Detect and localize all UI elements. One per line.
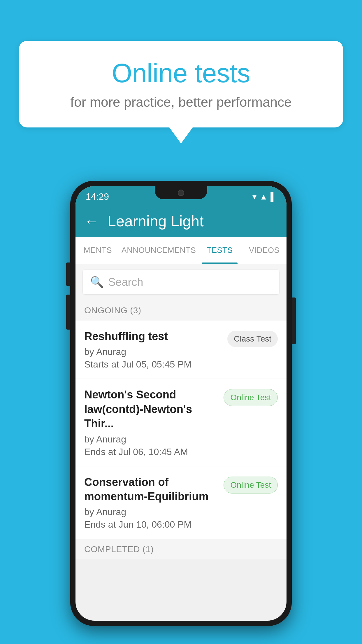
- signal-icon: ▲: [259, 192, 268, 202]
- back-button[interactable]: ←: [84, 213, 99, 230]
- volume-down-button: [66, 295, 70, 330]
- app-bar-title: Learning Light: [108, 212, 204, 230]
- wifi-icon: ▾: [252, 192, 256, 202]
- status-icons: ▾ ▲ ▌: [252, 192, 276, 202]
- volume-up-button: [66, 262, 70, 286]
- speech-bubble-title: Online tests: [42, 58, 320, 88]
- test-name-1: Reshuffling test: [84, 329, 222, 344]
- test-author-1: by Anurag: [84, 346, 222, 357]
- test-name-2: Newton's Second law(contd)-Newton's Thir…: [84, 388, 218, 431]
- front-camera: [178, 190, 184, 196]
- search-input[interactable]: Search: [108, 276, 143, 288]
- speech-bubble-subtitle: for more practice, better performance: [42, 94, 320, 110]
- tab-ments[interactable]: MENTS: [75, 237, 120, 264]
- test-badge-2: Online Test: [224, 389, 278, 406]
- test-author-3: by Anurag: [84, 507, 218, 517]
- search-section: 🔍 Search: [75, 264, 287, 300]
- test-author-2: by Anurag: [84, 434, 218, 445]
- test-badge-1: Class Test: [227, 331, 278, 347]
- test-info-2: Newton's Second law(contd)-Newton's Thir…: [84, 388, 224, 457]
- test-time-2: Ends at Jul 06, 10:45 AM: [84, 447, 218, 457]
- test-time-3: Ends at Jun 10, 06:00 PM: [84, 519, 218, 530]
- search-icon: 🔍: [90, 276, 104, 288]
- phone-screen: 14:29 ▾ ▲ ▌ ← Learning Light MENTS ANNOU…: [75, 186, 287, 621]
- tab-announcements[interactable]: ANNOUNCEMENTS: [120, 237, 198, 264]
- test-item-3[interactable]: Conservation of momentum-Equilibrium by …: [75, 466, 287, 539]
- phone-notch: [155, 186, 207, 199]
- test-item-1[interactable]: Reshuffling test by Anurag Starts at Jul…: [75, 321, 287, 379]
- tab-videos[interactable]: VIDEOS: [242, 237, 287, 264]
- test-time-1: Starts at Jul 05, 05:45 PM: [84, 359, 222, 370]
- speech-bubble-arrow: [169, 127, 193, 144]
- speech-bubble: Online tests for more practice, better p…: [19, 41, 343, 127]
- phone-device: 14:29 ▾ ▲ ▌ ← Learning Light MENTS ANNOU…: [70, 181, 292, 626]
- test-name-3: Conservation of momentum-Equilibrium: [84, 475, 218, 504]
- test-list: Reshuffling test by Anurag Starts at Jul…: [75, 321, 287, 539]
- phone-frame: 14:29 ▾ ▲ ▌ ← Learning Light MENTS ANNOU…: [70, 181, 292, 626]
- app-bar: ← Learning Light: [75, 205, 287, 237]
- test-badge-3: Online Test: [224, 477, 278, 494]
- test-info-3: Conservation of momentum-Equilibrium by …: [84, 475, 224, 530]
- power-button: [292, 298, 296, 344]
- speech-bubble-section: Online tests for more practice, better p…: [19, 41, 343, 144]
- tab-tests[interactable]: TESTS: [197, 237, 242, 264]
- search-bar[interactable]: 🔍 Search: [83, 270, 279, 294]
- status-time: 14:29: [86, 191, 109, 202]
- test-item-2[interactable]: Newton's Second law(contd)-Newton's Thir…: [75, 379, 287, 466]
- test-info-1: Reshuffling test by Anurag Starts at Jul…: [84, 329, 227, 370]
- tabs-bar: MENTS ANNOUNCEMENTS TESTS VIDEOS: [75, 237, 287, 264]
- completed-section-header: COMPLETED (1): [75, 539, 287, 559]
- ongoing-section-header: ONGOING (3): [75, 300, 287, 321]
- battery-icon: ▌: [270, 192, 276, 202]
